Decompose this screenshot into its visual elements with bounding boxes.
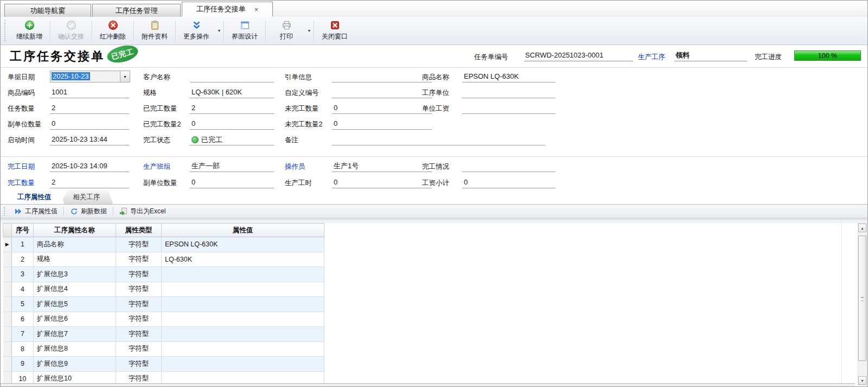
toolbar-separator — [265, 21, 266, 41]
scrollbar-thumb[interactable] — [858, 236, 866, 361]
prod-team-label[interactable]: 生产班组 — [143, 161, 170, 172]
finish-date-label[interactable]: 完工日期 — [8, 161, 35, 172]
remark-field[interactable] — [332, 134, 545, 145]
vertical-scrollbar[interactable]: ▲ ▼ — [858, 223, 867, 385]
finish-sub-unit-qty-field[interactable]: 0 — [190, 177, 274, 188]
finish-status-field[interactable]: 已完工 — [190, 134, 274, 145]
cell-no: 7 — [12, 327, 34, 342]
toolbar-separator — [224, 21, 224, 41]
operator-label[interactable]: 操作员 — [285, 161, 305, 172]
row-selector-cell — [3, 371, 12, 384]
table-row[interactable]: 7扩展信息7字符型 — [3, 327, 324, 342]
cell-attr-type: 字符型 — [116, 341, 162, 357]
toolbar-separator — [50, 21, 50, 41]
tab-related-processes[interactable]: 相关工序 — [60, 190, 113, 204]
cell-attr-type: 字符型 — [116, 312, 162, 327]
detail-toolbar-grip[interactable] — [4, 207, 7, 216]
toolbar-grip[interactable] — [4, 20, 8, 41]
task-no-field[interactable]: SCRWD-20251023-0001 — [524, 50, 633, 61]
prod-team-field[interactable]: 生产一部 — [190, 161, 274, 172]
detail-table-area: 序号工序属性名称属性类型属性值 ▶1商品名称字符型EPSON LQ-630K2规… — [0, 219, 868, 387]
window-tab-task-management[interactable]: 工序任务管理 — [92, 4, 181, 17]
close-window-label: 关闭窗口 — [322, 32, 348, 41]
finished-qty-field[interactable]: 2 — [190, 103, 274, 114]
finish-qty-field[interactable]: 2 — [50, 177, 129, 188]
table-row[interactable]: 5扩展信息5字符型 — [3, 297, 324, 312]
unfinished-qty-field[interactable]: 0 — [332, 103, 432, 114]
product-code-field[interactable]: 1001 — [50, 87, 129, 98]
attachment-files-group: 附件资料 — [135, 17, 174, 45]
print-button[interactable]: 打印 — [267, 17, 306, 45]
continue-add-group: 继续新增 — [10, 17, 49, 45]
customer-name-field[interactable] — [190, 71, 274, 83]
ui-design-group: 界面设计 — [225, 17, 264, 45]
cell-attr-name: 扩展信息5 — [34, 297, 116, 312]
document-header: 工序任务交接单 已完工 任务单编号 SCRWD-20251023-0001 生产… — [0, 46, 868, 68]
cell-attr-name: 扩展信息10 — [34, 371, 116, 384]
process-unit-field[interactable] — [462, 87, 556, 98]
wage-subtotal-field[interactable]: 0 — [462, 177, 556, 188]
table-row[interactable]: 6扩展信息6字符型 — [3, 312, 324, 327]
scroll-up-icon[interactable]: ▲ — [858, 224, 866, 232]
sub-unit-qty-field[interactable]: 0 — [50, 118, 129, 130]
finish-situation-label: 完工情况 — [422, 161, 449, 172]
process-link-label[interactable]: 生产工序 — [638, 53, 665, 62]
confirm-handover-label: 确认交接 — [58, 32, 84, 41]
process-attributes-button[interactable]: 工序属性值 — [10, 206, 62, 217]
table-row[interactable]: 4扩展信息4字符型 — [3, 282, 324, 297]
attachment-files-button[interactable]: 附件资料 — [135, 17, 174, 45]
spec-field[interactable]: LQ-630K | 620K — [190, 87, 274, 98]
column-header[interactable]: 序号 — [12, 224, 34, 237]
finish-situation-field[interactable] — [462, 161, 556, 172]
ui-design-button[interactable]: 界面设计 — [225, 17, 264, 45]
combo-dropdown-icon[interactable]: ▼ — [120, 71, 130, 82]
dropdown-arrow-icon[interactable]: ▼ — [216, 17, 222, 45]
table-row[interactable]: 10扩展信息10字符型 — [3, 371, 324, 384]
cell-no: 2 — [12, 252, 34, 267]
form-area: 单据日期2025-10-23▼客户名称引单信息商品名称EPSON LQ-630K… — [0, 68, 868, 189]
unfinished-qty2-field[interactable]: 0 — [332, 118, 432, 130]
finish-qty-label[interactable]: 完工数量 — [8, 177, 35, 188]
process-field[interactable]: 领料 — [674, 50, 747, 61]
unfinished-qty2-label: 未完工数量2 — [285, 119, 322, 130]
export-excel-button[interactable]: 导出为Excel — [115, 206, 170, 217]
close-window-button[interactable]: 关闭窗口 — [315, 17, 354, 45]
table-row[interactable]: 8扩展信息8字符型 — [3, 341, 324, 357]
unit-wage-field[interactable] — [462, 103, 556, 114]
process-attributes-label: 工序属性值 — [25, 207, 58, 216]
cell-no: 10 — [12, 371, 34, 384]
unit-wage-label: 单位工资 — [422, 103, 449, 114]
tab-process-attributes[interactable]: 工序属性值 — [4, 190, 65, 204]
table-row[interactable]: 2规格字符型LQ-630K — [3, 252, 324, 267]
operator-field[interactable]: 生产1号 — [332, 161, 432, 172]
continue-add-button[interactable]: 继续新增 — [10, 17, 49, 45]
customer-name-label: 客户名称 — [143, 72, 170, 83]
cell-attr-name: 规格 — [34, 252, 116, 267]
doc-date-combobox[interactable]: 2025-10-23▼ — [50, 71, 130, 83]
table-row[interactable]: 9扩展信息9字符型 — [3, 357, 324, 372]
table-row[interactable]: 3扩展信息3字符型 — [3, 267, 324, 282]
cell-attr-value — [162, 282, 324, 297]
window-tab-nav-panel[interactable]: 功能导航窗 — [4, 4, 91, 17]
product-name-field[interactable]: EPSON LQ-630K — [462, 71, 556, 83]
tab-close-icon[interactable]: × — [254, 6, 259, 13]
ref-order-info-field[interactable] — [332, 71, 432, 83]
custom-no-field[interactable] — [332, 87, 432, 98]
column-header[interactable]: 属性值 — [162, 224, 324, 237]
table-row[interactable]: ▶1商品名称字符型EPSON LQ-630K — [3, 237, 324, 252]
scroll-down-icon[interactable]: ▼ — [858, 376, 866, 385]
column-header[interactable]: 工序属性名称 — [34, 224, 116, 237]
finish-date-field[interactable]: 2025-10-23 14:09 — [50, 161, 129, 172]
row-selector-cell — [3, 282, 12, 297]
confirm-handover-button[interactable]: 确认交接 — [52, 17, 91, 45]
dropdown-arrow-icon[interactable]: ▼ — [306, 17, 312, 45]
task-qty-field[interactable]: 2 — [50, 103, 129, 114]
red-flush-delete-button[interactable]: 红冲删除 — [93, 17, 132, 45]
window-tab-handover[interactable]: 工序任务交接单× — [182, 2, 273, 17]
finished-qty2-field[interactable]: 0 — [190, 118, 274, 130]
refresh-data-button[interactable]: 刷新数据 — [66, 206, 111, 217]
prod-hours-field[interactable]: 0 — [332, 177, 432, 188]
start-time-field[interactable]: 2025-10-23 13:44 — [50, 134, 129, 145]
column-header[interactable]: 属性类型 — [116, 224, 162, 237]
more-actions-button[interactable]: 更多操作 — [177, 17, 216, 45]
